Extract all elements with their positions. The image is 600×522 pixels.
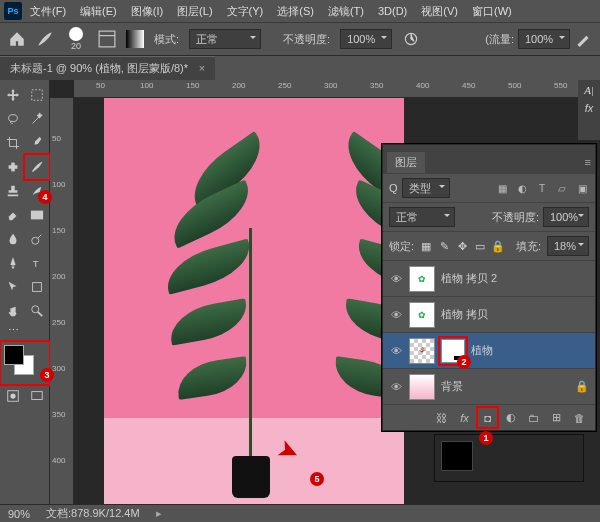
hand-tool[interactable]	[2, 300, 24, 322]
layer-thumb[interactable]	[409, 374, 435, 400]
link-layers-icon[interactable]: ⛓	[434, 410, 449, 425]
layer-row[interactable]: 👁 ✿ 植物 拷贝	[383, 296, 595, 332]
stamp-tool[interactable]	[2, 180, 24, 202]
ruler-h-tick: 250	[278, 81, 291, 90]
menu-select[interactable]: 选择(S)	[271, 2, 320, 21]
flow-select[interactable]: 100%	[518, 29, 570, 49]
pen-tool[interactable]	[2, 252, 24, 274]
menu-file[interactable]: 文件(F)	[24, 2, 72, 21]
foreground-swatch[interactable]	[4, 345, 24, 365]
menu-window[interactable]: 窗口(W)	[466, 2, 518, 21]
character-panel-icon[interactable]: A|	[584, 84, 594, 96]
layers-tab[interactable]: 图层	[387, 152, 425, 173]
filter-type-icon[interactable]: T	[535, 181, 549, 195]
brush-preview[interactable]: 20	[64, 27, 88, 51]
add-mask-icon[interactable]: ◘	[480, 410, 495, 425]
eyedropper-tool[interactable]	[26, 132, 48, 154]
layer-row[interactable]: 👁 ✿ 植物 拷贝 2	[383, 260, 595, 296]
menu-view[interactable]: 视图(V)	[415, 2, 464, 21]
filter-kind-select[interactable]: 类型	[402, 178, 450, 198]
styles-panel-icon[interactable]: fx	[585, 102, 594, 114]
brush-tool-icon[interactable]	[36, 30, 54, 48]
move-tool[interactable]	[2, 84, 24, 106]
workspace: T ⋯ 4 3 50 100 150 200 250 300 350 400 4…	[0, 80, 600, 504]
layer-opacity-select[interactable]: 100%	[543, 207, 589, 227]
quickmask-tool[interactable]	[2, 385, 24, 407]
layer-row-selected[interactable]: 👁 ⚘ 植物 2	[383, 332, 595, 368]
marquee-tool[interactable]	[26, 84, 48, 106]
adjustment-layer-icon[interactable]: ◐	[503, 410, 518, 425]
plant-stem	[249, 228, 252, 458]
layer-thumb[interactable]: ⚘	[409, 338, 435, 364]
visibility-icon[interactable]: 👁	[389, 345, 403, 357]
type-tool[interactable]: T	[26, 252, 48, 274]
svg-rect-1	[126, 30, 144, 48]
lasso-tool[interactable]	[2, 108, 24, 130]
panel-menu-icon[interactable]: ≡	[585, 156, 591, 168]
lock-icon: 🔒	[575, 380, 589, 393]
panel-tab-bar: 图层 ≡	[383, 151, 595, 173]
fx-icon[interactable]: fx	[457, 410, 472, 425]
fill-select[interactable]: 18%	[547, 236, 589, 256]
lock-label: 锁定:	[389, 239, 414, 254]
pressure-opacity-icon[interactable]	[402, 30, 420, 48]
filter-adjust-icon[interactable]: ◐	[515, 181, 529, 195]
home-icon[interactable]	[8, 30, 26, 48]
layer-row[interactable]: 👁 背景 🔒	[383, 368, 595, 404]
zoom-readout[interactable]: 90%	[8, 508, 30, 520]
document-tab[interactable]: 未标题-1 @ 90% (植物, 图层蒙版/8)* ×	[0, 56, 215, 80]
fill-label: 填充:	[516, 239, 541, 254]
blend-mode-value: 正常	[196, 32, 218, 47]
doc-info-more-icon[interactable]: ▸	[156, 507, 162, 520]
crop-tool[interactable]	[2, 132, 24, 154]
lock-all-icon[interactable]: 🔒	[492, 240, 504, 252]
filter-pixel-icon[interactable]: ▦	[495, 181, 509, 195]
menu-3d[interactable]: 3D(D)	[372, 3, 413, 19]
visibility-icon[interactable]: 👁	[389, 309, 403, 321]
shape-tool[interactable]	[26, 276, 48, 298]
path-select-tool[interactable]	[2, 276, 24, 298]
menu-filter[interactable]: 滤镜(T)	[322, 2, 370, 21]
delete-layer-icon[interactable]: 🗑	[572, 410, 587, 425]
heal-tool[interactable]	[2, 156, 24, 178]
layer-thumb[interactable]: ✿	[409, 266, 435, 292]
layer-thumb[interactable]: ✿	[409, 302, 435, 328]
menu-type[interactable]: 文字(Y)	[221, 2, 270, 21]
lock-nest-icon[interactable]: ▭	[474, 240, 486, 252]
gradient-tool[interactable]	[26, 204, 48, 226]
menu-layer[interactable]: 图层(L)	[171, 2, 218, 21]
blend-mode-select[interactable]: 正常	[189, 29, 261, 49]
more-tool[interactable]: ⋯	[2, 324, 24, 337]
opacity-select[interactable]: 100%	[340, 29, 392, 49]
lock-pos-icon[interactable]: ✥	[456, 240, 468, 252]
gradient-icon[interactable]	[126, 30, 144, 48]
group-icon[interactable]: 🗀	[526, 410, 541, 425]
status-bar: 90% 文档:878.9K/12.4M ▸	[0, 504, 600, 522]
lock-trans-icon[interactable]: ▦	[420, 240, 432, 252]
filter-shape-icon[interactable]: ▱	[555, 181, 569, 195]
screenmode-tool[interactable]	[26, 385, 48, 407]
brush-panel-icon[interactable]	[98, 30, 116, 48]
ruler-h-tick: 100	[140, 81, 153, 90]
wand-tool[interactable]	[26, 108, 48, 130]
menu-image[interactable]: 图像(I)	[125, 2, 169, 21]
visibility-icon[interactable]: 👁	[389, 273, 403, 285]
ps-logo: Ps	[4, 2, 22, 20]
visibility-icon[interactable]: 👁	[389, 381, 403, 393]
floating-preview[interactable]: 1	[434, 434, 584, 482]
blur-tool[interactable]	[2, 228, 24, 250]
ruler-v-tick: 100	[52, 180, 65, 189]
menu-edit[interactable]: 编辑(E)	[74, 2, 123, 21]
layer-blend-select[interactable]: 正常	[389, 207, 455, 227]
new-layer-icon[interactable]: ⊞	[549, 410, 564, 425]
airbrush-icon[interactable]	[574, 30, 592, 48]
zoom-tool[interactable]	[26, 300, 48, 322]
filter-smart-icon[interactable]: ▣	[575, 181, 589, 195]
lock-paint-icon[interactable]: ✎	[438, 240, 450, 252]
close-tab-icon[interactable]: ×	[199, 62, 205, 74]
doc-info[interactable]: 文档:878.9K/12.4M	[46, 506, 140, 521]
brush-tool[interactable]	[26, 156, 48, 178]
eraser-tool[interactable]	[2, 204, 24, 226]
dodge-tool[interactable]	[26, 228, 48, 250]
document-canvas[interactable]: ➤ 5	[104, 98, 404, 504]
